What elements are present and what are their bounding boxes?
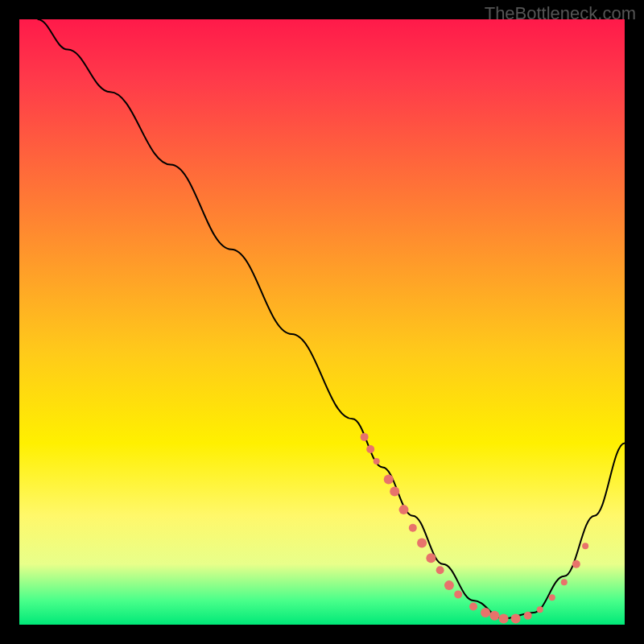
data-point [481, 608, 490, 617]
data-point [511, 613, 521, 623]
chart-svg [19, 19, 625, 625]
bottleneck-curve [38, 19, 625, 618]
data-points [361, 433, 588, 624]
data-point [444, 580, 454, 590]
data-point [489, 611, 499, 621]
data-point [572, 560, 580, 568]
data-point [582, 543, 588, 549]
data-point [390, 487, 399, 497]
data-point [537, 606, 543, 613]
data-point [454, 590, 462, 598]
data-point [417, 538, 427, 547]
data-point [384, 475, 394, 485]
data-point [436, 566, 444, 574]
data-point [366, 445, 374, 453]
data-point [409, 524, 417, 532]
data-point [374, 458, 380, 464]
data-point [561, 579, 568, 585]
data-point [399, 505, 409, 514]
data-point [361, 433, 369, 441]
data-point [469, 602, 477, 610]
plot-area [19, 19, 625, 625]
watermark-text: TheBottleneck.com [485, 3, 636, 24]
data-point [549, 594, 555, 601]
data-point [524, 612, 532, 620]
data-point [499, 613, 509, 623]
data-point [426, 553, 436, 563]
